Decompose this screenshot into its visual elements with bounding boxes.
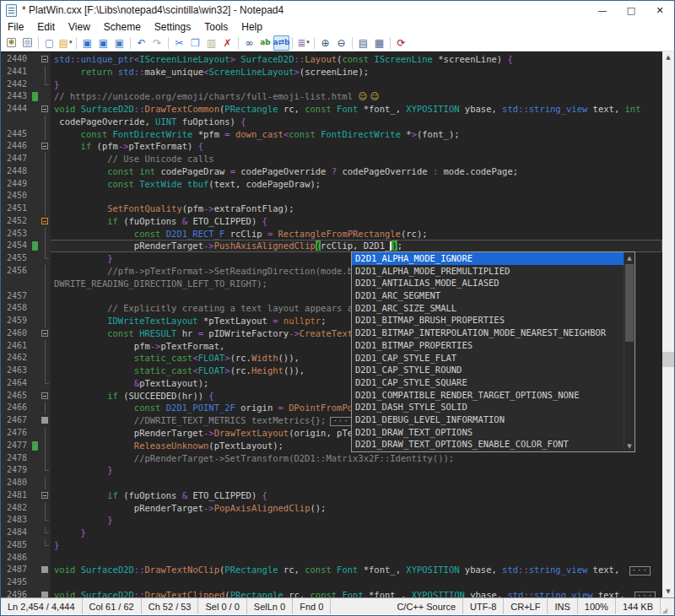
line-number[interactable]: 2456 [1, 265, 31, 278]
editor-scrollbar[interactable]: ▲ ▼ [662, 51, 674, 597]
fold-ellipsis-icon[interactable]: ··· [629, 566, 651, 575]
fold-collapse-icon[interactable] [41, 492, 48, 499]
fold-margin[interactable] [40, 153, 51, 165]
code-text[interactable]: // Use Unicode calls [51, 153, 662, 165]
fold-margin[interactable] [40, 352, 51, 365]
code-line[interactable]: 2450 [1, 190, 662, 203]
code-line[interactable]: 2480 [1, 477, 662, 489]
line-number[interactable]: 2483 [1, 514, 31, 527]
fold-expand-icon[interactable] [41, 417, 48, 424]
line-number[interactable]: 2477 [1, 440, 31, 452]
scroll-up-icon[interactable]: ▲ [662, 51, 674, 63]
fold-margin[interactable] [40, 215, 51, 228]
code-line[interactable]: 2478 //pRenderTarget->SetTransform(D2D1:… [1, 452, 662, 465]
fold-margin[interactable] [40, 78, 51, 91]
fold-expand-icon[interactable] [41, 592, 48, 597]
fold-margin[interactable] [40, 90, 51, 103]
line-number[interactable]: 2450 [1, 190, 31, 203]
menu-file[interactable]: File [1, 20, 30, 34]
line-number[interactable] [1, 278, 31, 290]
line-number[interactable]: 2486 [1, 552, 31, 565]
autocomplete-item[interactable]: D2D1_ALPHA_MODE_IGNORE [352, 252, 625, 265]
bookmark-margin[interactable] [31, 365, 40, 377]
fold-margin[interactable] [40, 128, 51, 141]
line-number[interactable]: 2453 [1, 228, 31, 240]
fold-margin[interactable] [40, 390, 51, 403]
menu-edit[interactable]: Edit [30, 20, 62, 34]
line-number[interactable]: 2464 [1, 377, 31, 390]
line-number[interactable]: 2496 [1, 589, 31, 597]
line-number[interactable]: 2485 [1, 539, 31, 552]
bookmark-margin[interactable] [31, 489, 40, 502]
code-line[interactable]: 2484 } [1, 527, 662, 539]
autocomplete-item[interactable]: D2D1_BITMAP_BRUSH_PROPERTIES [352, 314, 625, 327]
autocomplete-scrollbar[interactable]: ▲ ▼ [624, 252, 634, 451]
code-text[interactable]: } [51, 539, 662, 552]
autocomplete-item[interactable]: D2D1_BITMAP_INTERPOLATION_MODE_NEAREST_N… [352, 327, 625, 339]
status-selection[interactable]: Sel 0 / 0 [198, 598, 246, 614]
fold-margin[interactable] [40, 464, 51, 477]
code-text[interactable] [51, 477, 662, 489]
fold-margin[interactable] [40, 527, 51, 539]
bookmark-margin[interactable] [31, 265, 40, 278]
fold-margin[interactable] [40, 53, 51, 66]
code-text[interactable] [51, 552, 662, 565]
code-line[interactable]: 2440std::unique_ptr<IScreenLineLayout> S… [1, 53, 662, 66]
code-text[interactable]: std::unique_ptr<IScreenLineLayout> Surfa… [51, 53, 662, 66]
bookmark-margin[interactable] [31, 477, 40, 489]
code-text[interactable]: } [51, 78, 662, 91]
bookmark-marker[interactable] [31, 440, 40, 452]
bookmark-margin[interactable] [31, 502, 40, 515]
bookmark-margin[interactable] [31, 128, 40, 141]
autocomplete-item[interactable]: D2D1_DRAW_TEXT_OPTIONS [352, 426, 625, 439]
fold-margin[interactable] [40, 228, 51, 240]
new-file-icon[interactable]: ▢ [41, 35, 57, 51]
code-line[interactable]: 2483 } [1, 514, 662, 527]
bookmark-margin[interactable] [31, 215, 40, 228]
view-lines-icon[interactable]: ▤ [355, 35, 371, 51]
bookmark-marker[interactable] [31, 240, 40, 252]
reload-icon[interactable]: ⟳ [393, 35, 409, 51]
autocomplete-item[interactable]: D2D1_ALPHA_MODE_PREMULTIPLIED [352, 265, 625, 278]
bookmark-margin[interactable] [31, 414, 40, 427]
scheme-select-icon[interactable]: ≣▾ [295, 35, 311, 51]
fold-margin[interactable] [40, 203, 51, 215]
fold-margin[interactable] [40, 489, 51, 502]
bookmark-margin[interactable] [31, 315, 40, 327]
code-text[interactable] [51, 576, 662, 589]
autocomplete-item[interactable]: D2D1_DRAW_TEXT_OPTIONS_ENABLE_COLOR_FONT [352, 438, 625, 451]
menu-help[interactable]: Help [235, 20, 269, 34]
status-column[interactable]: Col 61 / 62 [83, 598, 142, 614]
status-insert-mode[interactable]: INS [548, 598, 577, 614]
autocomplete-item[interactable]: D2D1_DASH_STYLE_SOLID [352, 401, 625, 413]
redo-icon[interactable]: ↷ [149, 35, 165, 51]
scroll-up-icon[interactable]: ▲ [624, 252, 634, 263]
fold-margin[interactable] [40, 552, 51, 565]
code-text[interactable]: if (fuOptions & ETO_CLIPPED) { [51, 489, 662, 502]
line-number[interactable]: 2478 [1, 452, 31, 465]
autocomplete-item[interactable]: D2D1_COMPATIBLE_RENDER_TARGET_OPTIONS_NO… [352, 389, 625, 402]
bookmark-margin[interactable] [31, 153, 40, 165]
fold-margin[interactable] [40, 414, 51, 427]
status-filesize[interactable]: 144 KB [616, 598, 661, 614]
code-line[interactable]: 2487void SurfaceD2D::DrawTextNoClip(PRec… [1, 564, 662, 576]
bookmark-margin[interactable] [31, 340, 40, 353]
fold-collapse-icon[interactable] [41, 392, 48, 399]
code-text[interactable]: const D2D1_RECT_F rcClip = RectangleFrom… [51, 228, 662, 240]
bookmark-margin[interactable] [31, 252, 40, 265]
dropdown-arrow-icon[interactable]: ▾ [306, 40, 310, 46]
line-number[interactable]: 2462 [1, 352, 31, 365]
bookmark-marker[interactable] [31, 90, 40, 103]
fold-ellipsis-icon[interactable]: ··· [330, 417, 351, 426]
autocomplete-item[interactable]: D2D1_ARC_SIZE_SMALL [352, 302, 625, 315]
code-text[interactable]: const TextWide tbuf(text, codePageDraw); [51, 178, 662, 191]
code-line[interactable]: 2485} [1, 539, 662, 552]
bookmark-margin[interactable] [31, 53, 40, 66]
bookmark-margin[interactable] [31, 576, 40, 589]
line-number[interactable]: 2457 [1, 290, 31, 303]
fold-margin[interactable] [40, 302, 51, 315]
fold-margin[interactable] [40, 477, 51, 489]
fold-margin[interactable] [40, 564, 51, 576]
line-number[interactable]: 2495 [1, 576, 31, 589]
save-as-icon[interactable]: ▣ [95, 35, 111, 51]
